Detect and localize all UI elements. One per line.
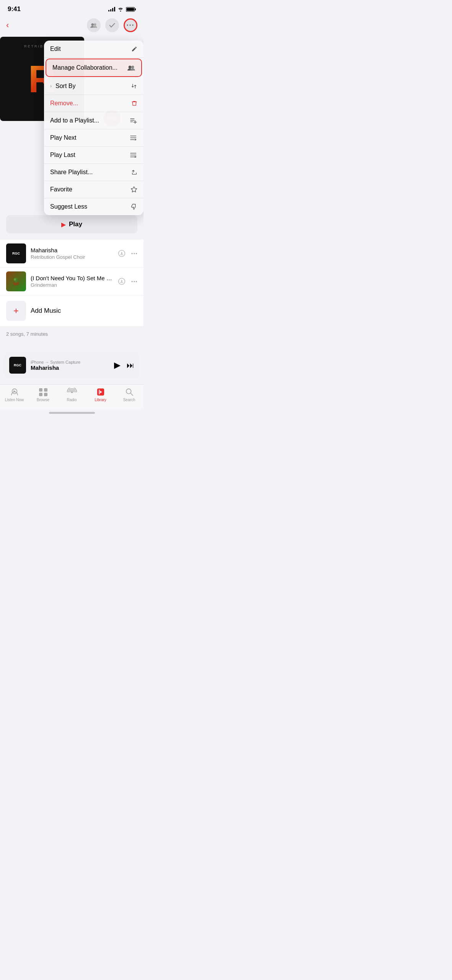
menu-item-play-next[interactable]: Play Next	[44, 129, 144, 147]
home-indicator	[0, 410, 144, 415]
menu-item-share-playlist[interactable]: Share Playlist...	[44, 164, 144, 181]
play-next-icon	[130, 135, 137, 141]
svg-rect-29	[39, 388, 42, 392]
more-icon-grinderman[interactable]: ···	[131, 277, 137, 286]
song-item-maharisha[interactable]: RGC Maharisha Retribution Gospel Choir ·…	[0, 240, 144, 268]
back-button[interactable]: ‹	[6, 20, 9, 30]
menu-item-suggest-less[interactable]: Suggest Less	[44, 198, 144, 215]
tab-browse[interactable]: Browse	[29, 388, 57, 402]
mini-player[interactable]: RGC iPhone → System Capture Maharisha ▶ …	[4, 352, 140, 378]
tab-search-label: Search	[123, 398, 135, 402]
menu-item-manage-collaboration[interactable]: Manage Collaboration...	[46, 59, 142, 77]
rgc-label: RGC	[12, 252, 20, 255]
mini-forward-button[interactable]: ⏭	[127, 361, 134, 370]
add-playlist-icon	[130, 118, 137, 124]
song-artist-maharisha: Retribution Gospel Choir	[31, 254, 113, 260]
collaborate-button[interactable]	[87, 18, 101, 32]
svg-point-3	[91, 23, 94, 26]
download-icon-grinderman[interactable]	[118, 278, 126, 285]
checkmark-button[interactable]	[105, 18, 119, 32]
add-music-item[interactable]: + Add Music	[0, 296, 144, 327]
sort-chevron-icon: ›	[50, 83, 52, 89]
play-button-label: Play	[69, 220, 82, 228]
browse-icon	[39, 388, 48, 396]
song-item-grinderman[interactable]: (I Don't Need You To) Set Me Free Grinde…	[0, 268, 144, 296]
svg-point-24	[14, 278, 16, 281]
svg-line-37	[131, 393, 133, 395]
status-icons	[108, 7, 136, 12]
listen-now-icon	[10, 388, 20, 396]
svg-rect-30	[44, 388, 47, 392]
add-music-label: Add Music	[31, 307, 61, 315]
grinder-thumbnail	[6, 271, 26, 291]
svg-rect-2	[127, 8, 134, 11]
trash-icon	[131, 100, 137, 107]
signal-icon	[108, 7, 115, 11]
add-music-icon-box: +	[6, 301, 26, 321]
header-actions: ···	[87, 18, 137, 32]
song-thumb-grinderman	[6, 271, 26, 291]
edit-label: Edit	[50, 46, 61, 52]
more-icon-maharisha[interactable]: ···	[131, 249, 137, 258]
add-icon: +	[13, 305, 19, 316]
svg-point-6	[131, 66, 134, 69]
tab-library[interactable]: Library	[86, 388, 115, 402]
spacer	[0, 338, 144, 346]
menu-item-favorite[interactable]: Favorite	[44, 181, 144, 198]
dropdown-menu: Edit Manage Collaboration... › Sort By	[44, 41, 144, 215]
radio-icon	[67, 388, 77, 396]
sort-by-label: › Sort By	[50, 83, 75, 90]
battery-icon	[126, 7, 136, 12]
svg-point-4	[94, 23, 96, 26]
menu-item-remove[interactable]: Remove...	[44, 95, 144, 112]
collaborate-icon	[90, 23, 97, 28]
svg-point-33	[71, 391, 73, 393]
song-title-maharisha: Maharisha	[31, 247, 113, 253]
svg-rect-1	[135, 8, 136, 10]
play-triangle-icon: ▶	[61, 221, 66, 228]
song-artist-grinderman: Grinderman	[31, 282, 113, 288]
more-button[interactable]: ···	[124, 18, 137, 32]
mini-player-title: Maharisha	[31, 364, 109, 371]
rgc-thumbnail: RGC	[6, 243, 26, 263]
svg-rect-32	[44, 393, 47, 396]
menu-item-add-playlist[interactable]: Add to a Playlist...	[44, 112, 144, 129]
tab-library-label: Library	[95, 398, 106, 402]
home-bar	[49, 412, 95, 414]
mini-play-button[interactable]: ▶	[114, 360, 121, 370]
mini-player-thumb: RGC	[9, 357, 26, 374]
play-button[interactable]: ▶ Play	[6, 215, 137, 234]
play-last-label: Play Last	[50, 152, 75, 158]
suggest-less-label: Suggest Less	[50, 203, 87, 210]
thumbs-down-icon	[131, 203, 137, 210]
menu-item-sort-by[interactable]: › Sort By	[44, 78, 144, 95]
tab-radio[interactable]: Radio	[57, 388, 86, 402]
check-icon	[109, 23, 115, 28]
remove-label: Remove...	[50, 100, 78, 107]
mini-player-source: iPhone → System Capture	[31, 360, 109, 364]
tab-bar: Listen Now Browse Radio Library	[0, 384, 144, 410]
more-dots-icon: ···	[126, 21, 134, 29]
sort-icon	[131, 83, 137, 89]
status-bar: 9:41	[0, 0, 144, 15]
play-next-label: Play Next	[50, 134, 76, 141]
song-list: RGC Maharisha Retribution Gospel Choir ·…	[0, 240, 144, 327]
play-last-icon	[130, 152, 137, 158]
menu-item-edit[interactable]: Edit	[44, 41, 144, 58]
star-icon	[131, 186, 137, 193]
menu-item-play-last[interactable]: Play Last	[44, 147, 144, 164]
manage-collab-icon	[127, 65, 135, 71]
svg-point-5	[129, 66, 131, 69]
tab-search[interactable]: Search	[115, 388, 144, 402]
tab-listen-now[interactable]: Listen Now	[0, 388, 29, 402]
svg-rect-31	[39, 393, 42, 396]
add-playlist-label: Add to a Playlist...	[50, 117, 99, 124]
favorite-label: Favorite	[50, 186, 72, 193]
svg-marker-19	[135, 156, 137, 158]
song-info-grinderman: (I Don't Need You To) Set Me Free Grinde…	[31, 275, 113, 288]
share-icon	[131, 169, 137, 176]
mini-player-info: iPhone → System Capture Maharisha	[31, 360, 109, 371]
download-icon-maharisha[interactable]	[118, 250, 126, 257]
tab-listen-now-label: Listen Now	[5, 398, 24, 402]
song-title-grinderman: (I Don't Need You To) Set Me Free	[31, 275, 113, 281]
